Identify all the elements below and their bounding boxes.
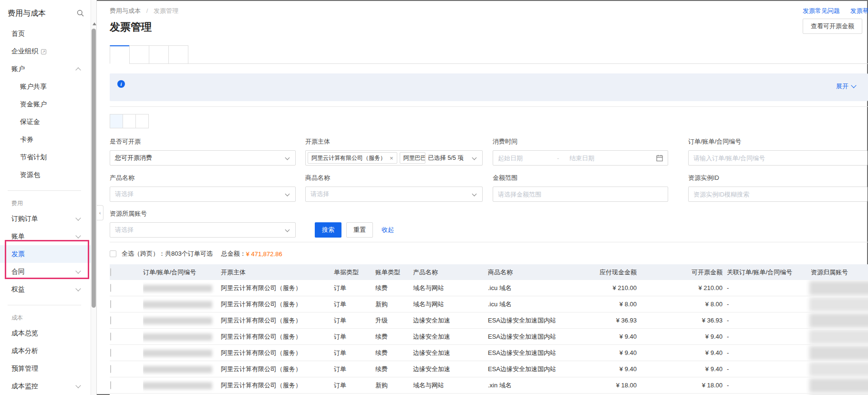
- sidebar-item-label: 成本分析: [11, 347, 38, 354]
- product-select[interactable]: 请选择: [110, 187, 296, 202]
- cell-product: 边缘安全加速: [413, 345, 488, 361]
- sidebar: 费用与成本 首页↗企业组织↗账户↗账户共享↗资金账户↗保证金↗卡券↗节省计划↗资…: [0, 0, 91, 395]
- invoice-mode-tab[interactable]: [110, 114, 123, 128]
- sidebar-item[interactable]: 成本总览↗: [0, 324, 91, 342]
- col-doc-type: 单据类型: [334, 264, 375, 280]
- col-resource-account: 资源归属账号: [806, 264, 868, 280]
- scrollbar-up-arrow-icon[interactable]: [93, 22, 96, 25]
- cell-doc-type: 订单: [334, 361, 375, 377]
- invoice-mode-tab[interactable]: [123, 114, 136, 128]
- sidebar-item[interactable]: 首页↗: [0, 25, 91, 42]
- sidebar-item[interactable]: 账户共享↗: [0, 78, 91, 95]
- search-button[interactable]: 搜索: [315, 222, 341, 238]
- select-all-checkbox[interactable]: [110, 250, 116, 257]
- amount-range-field: [493, 187, 668, 202]
- table-row: 阿里云计算有限公司（服务） 订单 续费 边缘安全加速 ESA边缘安全加速国内站 …: [110, 329, 868, 345]
- sidebar-item[interactable]: 预算管理↗: [0, 360, 91, 377]
- help-links: 发票常见问题 发票帮助文档: [794, 7, 868, 15]
- cell-product: 边缘安全加速: [413, 329, 488, 344]
- sidebar-item[interactable]: 发票↗: [0, 245, 91, 263]
- notice-expand-link[interactable]: 展开: [836, 82, 856, 91]
- instance-id-input[interactable]: [689, 187, 867, 201]
- row-checkbox[interactable]: [110, 316, 111, 324]
- sidebar-item[interactable]: 资源包↗: [0, 166, 91, 184]
- order-no-redacted: [143, 317, 212, 324]
- sidebar-item-label: 订购订单: [11, 215, 38, 222]
- sidebar-item[interactable]: 成本分析↗: [0, 342, 91, 360]
- date-range-picker[interactable]: -: [493, 150, 668, 166]
- row-checkbox[interactable]: [110, 300, 111, 308]
- sidebar-item[interactable]: 费用↗: [0, 191, 91, 210]
- sidebar-item[interactable]: 企业组织↗: [0, 42, 91, 60]
- cell-doc-type: 订单: [334, 329, 375, 344]
- tab[interactable]: [168, 45, 188, 64]
- tag-close-icon[interactable]: ×: [390, 155, 393, 162]
- cell-related-order: -: [723, 377, 806, 393]
- calendar-icon[interactable]: [656, 155, 663, 163]
- order-no-input[interactable]: [689, 151, 867, 165]
- sidebar-item[interactable]: 账单↗: [0, 228, 91, 245]
- subject-tag[interactable]: 阿里云计算有限公司（服务） ×: [308, 152, 397, 164]
- info-icon: i: [117, 80, 125, 88]
- sidebar-item[interactable]: 订购订单↗: [0, 210, 91, 228]
- commodity-select[interactable]: 请选择: [305, 187, 483, 202]
- tab[interactable]: [149, 45, 169, 64]
- filter-label-subject: 开票主体: [305, 138, 483, 146]
- sidebar-item[interactable]: 成本↗: [0, 305, 91, 324]
- end-date-input[interactable]: [569, 151, 626, 165]
- row-checkbox[interactable]: [110, 284, 111, 292]
- sidebar-item[interactable]: 合同↗: [0, 263, 91, 281]
- sidebar-item[interactable]: 账户↗: [0, 60, 91, 78]
- amount-range-input[interactable]: [493, 187, 668, 201]
- sidebar-item-label: 账户: [11, 65, 25, 73]
- sidebar-item[interactable]: 节省计划↗: [0, 148, 91, 166]
- subject-tag-truncated[interactable]: 阿里巴巴: [400, 152, 425, 164]
- scrollbar-thumb[interactable]: [92, 29, 96, 308]
- filter-label-owner-account: 资源所属账号: [110, 210, 296, 218]
- cell-invoicable-amount: ¥ 36.93: [637, 312, 723, 328]
- owner-account-select[interactable]: 请选择: [110, 222, 296, 238]
- sidebar-title: 费用与成本: [8, 9, 46, 19]
- table-row: 阿里云计算有限公司（服务） 订单 新购 域名与网站 .icu 域名 ¥ 8.00…: [110, 296, 868, 312]
- cell-cash-amount: ¥ 18.00: [596, 377, 637, 393]
- invoice-help-doc-link[interactable]: 发票帮助文档: [850, 7, 868, 14]
- col-invoicable-amount: 可开票金额: [637, 264, 723, 280]
- sidebar-scrollbar[interactable]: [91, 0, 97, 395]
- check-invoicable-amount-button[interactable]: 查看可开票金额: [803, 19, 862, 34]
- invoicable-select[interactable]: 您可开票消费: [110, 150, 296, 166]
- sidebar-item[interactable]: 资金账户↗: [0, 95, 91, 113]
- search-icon[interactable]: [77, 10, 84, 19]
- sidebar-item[interactable]: 保证金↗: [0, 113, 91, 131]
- sidebar-item[interactable]: 成本监控↗: [0, 377, 91, 395]
- invoice-faq-link[interactable]: 发票常见问题: [803, 7, 840, 14]
- start-date-input[interactable]: [498, 151, 554, 165]
- sidebar-item[interactable]: 权益↗: [0, 281, 91, 298]
- row-checkbox[interactable]: [110, 333, 111, 341]
- invoice-subject-multiselect[interactable]: 阿里云计算有限公司（服务） × 阿里巴巴 已选择 5/5 项: [305, 150, 483, 166]
- row-checkbox[interactable]: [110, 365, 111, 373]
- header-checkbox[interactable]: [110, 268, 111, 276]
- sidebar-item-label: 权益: [11, 285, 25, 293]
- order-no-field: [688, 150, 868, 166]
- breadcrumb-separator: /: [146, 7, 148, 14]
- invoice-mode-tab[interactable]: [135, 114, 149, 128]
- cell-product: 域名与网站: [413, 280, 488, 296]
- sidebar-item[interactable]: 卡券↗: [0, 131, 91, 148]
- cell-invoicable-amount: ¥ 8.00: [637, 296, 723, 312]
- filter-row-2: 产品名称 请选择 商品名称 请选择 金额范围 资源实例: [110, 174, 868, 202]
- collapse-filters-link[interactable]: 收起: [382, 222, 394, 238]
- tab[interactable]: [129, 45, 149, 64]
- row-checkbox[interactable]: [110, 381, 111, 389]
- reset-button[interactable]: 重置: [346, 222, 373, 238]
- page-header: 发票管理 查看可开票金额: [110, 16, 868, 39]
- resource-account-redacted: [809, 346, 868, 360]
- cell-commodity: ESA边缘安全加速国内站: [488, 329, 596, 344]
- app-window: 费用与成本 首页↗企业组织↗账户↗账户共享↗资金账户↗保证金↗卡券↗节省计划↗资…: [0, 0, 868, 395]
- tab[interactable]: [110, 45, 130, 64]
- breadcrumb-root[interactable]: 费用与成本: [110, 7, 141, 14]
- resource-account-redacted: [809, 362, 868, 376]
- row-checkbox[interactable]: [110, 349, 111, 357]
- cell-subject: 阿里云计算有限公司（服务）: [221, 377, 334, 393]
- sidebar-collapse-handle[interactable]: ‹: [97, 205, 103, 220]
- resource-account-redacted: [809, 330, 868, 344]
